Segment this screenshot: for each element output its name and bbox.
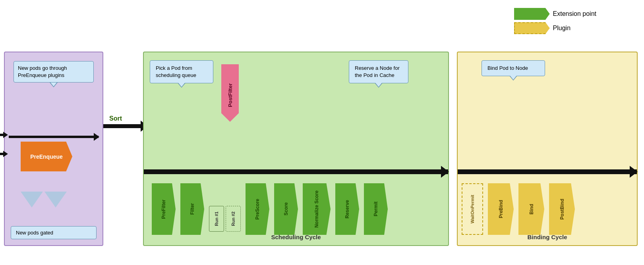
reserve-callout-box: Reserve a Node for the Pod in Cache bbox=[349, 60, 408, 83]
scheduling-panel: Pick a Pod from scheduling queue Reserve… bbox=[143, 52, 449, 246]
filter-stage: Filter bbox=[180, 183, 204, 235]
triangle1 bbox=[21, 192, 43, 207]
legend: Extension point Plugin bbox=[514, 8, 596, 34]
pick-pod-pointer-inner bbox=[178, 83, 185, 87]
reserve-callout-text: Reserve a Node for the Pod in Cache bbox=[355, 65, 400, 78]
prefilter-stage: PreFilter bbox=[152, 183, 176, 235]
binding-flow-line bbox=[458, 169, 637, 174]
legend-extension-label: Extension point bbox=[553, 10, 596, 17]
normalize-score-label: Normalize Score bbox=[314, 190, 319, 228]
reserve-pointer-inner bbox=[375, 83, 382, 87]
preenqueue-arrow: PreEnqueue bbox=[21, 142, 72, 171]
run-boxes: Run #1 Run #2 bbox=[209, 206, 241, 232]
new-pods-gated-callout: New pods gated bbox=[11, 226, 97, 239]
arrow-shaft2 bbox=[0, 153, 3, 155]
binding-cycle-label: Binding Cycle bbox=[527, 234, 567, 240]
legend-green-arrow bbox=[514, 8, 550, 20]
triangle2 bbox=[44, 192, 67, 207]
prebind-label: PreBind bbox=[498, 200, 504, 218]
reserve-callout-container: Reserve a Node for the Pod in Cache bbox=[349, 60, 408, 83]
run2-label: Run #2 bbox=[231, 211, 236, 226]
arrow-shaft bbox=[0, 134, 3, 136]
bind-callout-container: Bind Pod to Node bbox=[482, 60, 545, 76]
prescore-stage: PreScore bbox=[246, 183, 269, 235]
legend-extension-point: Extension point bbox=[514, 8, 596, 20]
plugin-stages: PreFilter Filter Run #1 Run #2 PreScore bbox=[152, 183, 388, 235]
reserve-label: Reserve bbox=[344, 200, 350, 219]
binding-panel: Bind Pod to Node WaitOnPermit PreBind Bi… bbox=[457, 52, 638, 246]
score-stage: Score bbox=[274, 183, 298, 235]
pick-pod-callout-box: Pick a Pod from scheduling queue bbox=[150, 60, 213, 83]
prescore-label: PreScore bbox=[255, 199, 260, 220]
bind-callout-text: Bind Pod to Node bbox=[487, 65, 528, 71]
run1-box: Run #1 bbox=[209, 206, 224, 232]
sort-section: Sort bbox=[109, 115, 122, 122]
scheduling-cycle-label: Scheduling Cycle bbox=[271, 234, 321, 240]
sort-label: Sort bbox=[109, 115, 122, 122]
score-label: Score bbox=[283, 202, 289, 215]
diagram-container: Extension point Plugin New pods go throu… bbox=[0, 0, 644, 265]
permit-label: Permit bbox=[373, 202, 379, 216]
filter-label: Filter bbox=[190, 203, 195, 215]
left-panel: New pods go through PreEnqueue plugins P… bbox=[4, 52, 103, 246]
preenqueue-callout: New pods go through PreEnqueue plugins bbox=[14, 61, 94, 83]
postbind-stage: PostBind bbox=[549, 183, 575, 235]
preenqueue-label: PreEnqueue bbox=[30, 154, 63, 160]
new-pods-gated-text: New pods gated bbox=[16, 230, 53, 236]
legend-plugin: Plugin bbox=[514, 22, 596, 34]
gated-triangles bbox=[21, 192, 67, 207]
postfilter-arrow: PostFilter bbox=[221, 64, 239, 122]
scheduling-flow-line bbox=[144, 169, 448, 174]
bind-stage: Bind bbox=[518, 183, 544, 235]
prebind-stage: PreBind bbox=[488, 183, 514, 235]
bind-label: Bind bbox=[529, 204, 534, 215]
new-pods-gated-box: New pods gated bbox=[11, 226, 97, 239]
callout-pointer-inner bbox=[50, 83, 57, 86]
run1-label: Run #1 bbox=[214, 211, 219, 226]
left-incoming-arrow2 bbox=[0, 151, 8, 157]
prefilter-label: PreFilter bbox=[161, 200, 166, 219]
binding-plugin-stages: WaitOnPermit PreBind Bind PostBind bbox=[462, 183, 575, 235]
binding-flow-arrowhead bbox=[630, 166, 638, 178]
normalize-score-stage: Normalize Score bbox=[303, 183, 331, 235]
postfilter-label: PostFilter bbox=[227, 83, 233, 107]
flow-arrowhead bbox=[94, 133, 99, 141]
legend-plugin-label: Plugin bbox=[553, 25, 571, 32]
sort-arrow-line bbox=[103, 124, 147, 128]
waitonpermit-label: WaitOnPermit bbox=[470, 195, 475, 223]
waitonpermit-stage: WaitOnPermit bbox=[462, 183, 483, 235]
left-panel-flow-line bbox=[9, 136, 99, 138]
permit-stage: Permit bbox=[364, 183, 388, 235]
arrow-head2 bbox=[3, 151, 8, 157]
run2-box: Run #2 bbox=[226, 206, 241, 232]
bind-callout-box: Bind Pod to Node bbox=[482, 60, 545, 76]
arrow-head bbox=[3, 132, 8, 138]
preenqueue-callout-box: New pods go through PreEnqueue plugins bbox=[14, 61, 94, 83]
postbind-label: PostBind bbox=[559, 199, 565, 220]
legend-yellow-arrow bbox=[514, 22, 550, 34]
pick-pod-callout-container: Pick a Pod from scheduling queue bbox=[150, 60, 213, 83]
left-incoming-arrow bbox=[0, 132, 8, 138]
reserve-stage: Reserve bbox=[335, 183, 359, 235]
scheduling-flow-arrowhead bbox=[441, 166, 449, 178]
preenqueue-callout-text: New pods go through PreEnqueue plugins bbox=[18, 65, 67, 78]
pick-pod-callout-text: Pick a Pod from scheduling queue bbox=[156, 65, 196, 78]
bind-pointer-inner bbox=[510, 76, 516, 80]
